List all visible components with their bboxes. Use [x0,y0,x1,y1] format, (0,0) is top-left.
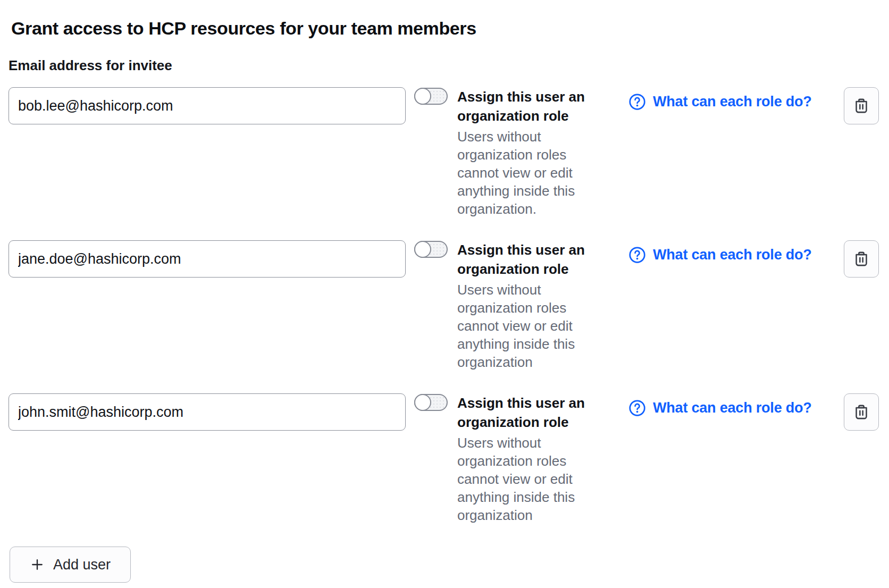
assign-role-label: Assign this user an organization role [457,87,602,125]
assign-role-text: Assign this user an organization role Us… [457,87,602,218]
email-input[interactable] [9,393,406,431]
question-circle-icon [628,246,646,264]
invite-row: Assign this user an organization role Us… [9,393,879,524]
assign-role-description: Users without organization roles cannot … [457,128,602,218]
invite-rows: Assign this user an organization role Us… [9,87,879,524]
question-circle-icon [628,399,646,417]
delete-row-button[interactable] [844,87,879,124]
grant-access-panel: Grant access to HCP resources for your t… [0,0,889,588]
toggle-knob [414,394,431,411]
trash-icon [853,250,870,268]
trash-icon [853,97,870,115]
assign-role-text: Assign this user an organization role Us… [457,240,602,371]
email-input[interactable] [9,240,406,278]
role-help-link-label: What can each role do? [653,247,812,263]
plus-icon [30,557,45,572]
assign-role-description: Users without organization roles cannot … [457,281,602,371]
org-role-toggle[interactable] [414,88,448,105]
toggle-knob [414,88,431,105]
org-role-toggle[interactable] [414,394,448,411]
role-help-link[interactable]: What can each role do? [628,399,812,417]
add-user-button[interactable]: Add user [10,547,131,583]
email-input[interactable] [9,87,406,124]
role-help-link[interactable]: What can each role do? [628,246,812,264]
question-circle-icon [628,93,646,111]
assign-role-text: Assign this user an organization role Us… [457,393,602,524]
page-title: Grant access to HCP resources for your t… [11,17,879,39]
delete-row-button[interactable] [844,393,879,431]
org-role-toggle[interactable] [414,241,448,258]
role-help-link-label: What can each role do? [653,94,812,110]
email-address-label: Email address for invitee [9,57,879,74]
assign-role-description: Users without organization roles cannot … [457,434,602,524]
trash-icon [853,403,870,421]
delete-row-button[interactable] [844,240,879,278]
invite-row: Assign this user an organization role Us… [9,240,879,371]
assign-role-label: Assign this user an organization role [457,240,602,279]
invite-row: Assign this user an organization role Us… [9,87,879,218]
role-help-link-label: What can each role do? [653,400,812,416]
add-user-label: Add user [53,557,111,573]
assign-role-label: Assign this user an organization role [457,393,602,432]
toggle-knob [414,241,431,258]
role-help-link[interactable]: What can each role do? [628,93,812,111]
